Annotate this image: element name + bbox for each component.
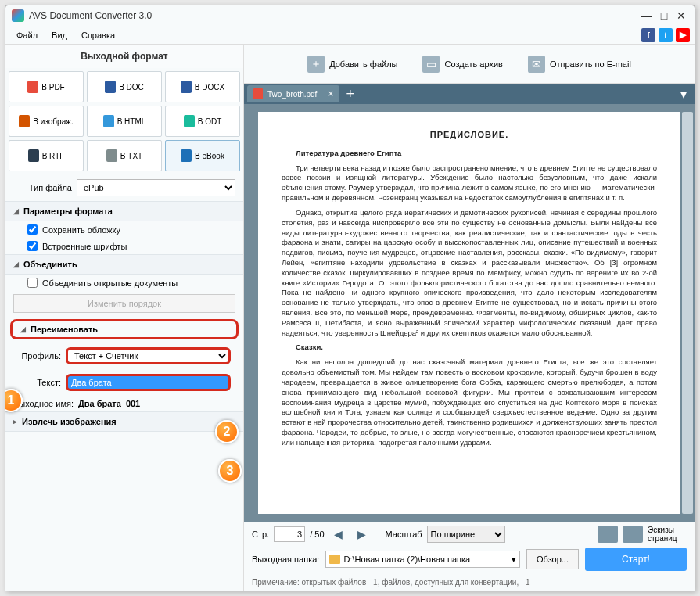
change-order-button: Изменить порядок: [13, 294, 235, 313]
rtf-icon: [28, 149, 39, 162]
section-merge[interactable]: ◢Объединить: [5, 254, 243, 275]
format-pdf[interactable]: В PDF: [9, 71, 84, 102]
page-total: / 50: [310, 530, 324, 539]
facebook-icon[interactable]: f: [641, 28, 655, 42]
menu-file[interactable]: Файл: [10, 28, 44, 42]
tab-close-icon[interactable]: ×: [328, 88, 333, 99]
collapse-icon: ◢: [20, 325, 26, 333]
format-docx[interactable]: В DOCX: [165, 71, 240, 102]
checkbox-embed-fonts[interactable]: [27, 241, 38, 251]
checkbox-save-cover[interactable]: [27, 224, 38, 235]
document-page: ПРЕДИСЛОВИЕ. Литература древнего Египта …: [258, 112, 680, 514]
filetype-select[interactable]: ePub: [77, 179, 235, 196]
text-input[interactable]: [66, 374, 231, 391]
menubar: Файл Вид Справка f t ▶: [5, 26, 695, 45]
document-tab[interactable]: Two_broth.pdf ×: [247, 85, 339, 102]
send-email-button[interactable]: ✉Отправить по E-mail: [520, 51, 639, 77]
image-icon: [19, 115, 30, 127]
format-rtf[interactable]: В RTF: [9, 140, 84, 171]
create-archive-button[interactable]: ▭Создать архив: [415, 51, 510, 77]
plus-icon: ＋: [307, 56, 325, 73]
next-page-button[interactable]: ▶: [353, 526, 372, 543]
prev-page-button[interactable]: ◀: [329, 526, 348, 543]
pdf-icon: [27, 81, 38, 93]
txt-icon: [106, 149, 117, 162]
toolbar: ＋Добавить файлы ▭Создать архив ✉Отправит…: [244, 45, 695, 84]
menu-help[interactable]: Справка: [75, 28, 121, 42]
minimize-button[interactable]: —: [640, 9, 654, 23]
page-nav-bar: Стр. / 50 ◀ ▶ Масштаб По ширине Эскизы с…: [244, 522, 695, 545]
sidebar-header: Выходной формат: [5, 45, 243, 68]
window-title: AVS Document Converter 3.0: [29, 10, 152, 21]
pdf-file-icon: [253, 88, 263, 99]
zoom-label: Масштаб: [386, 530, 422, 539]
callout-2: 2: [215, 420, 239, 443]
format-txt[interactable]: В TXT: [87, 140, 162, 171]
text-label: Текст:: [18, 378, 61, 387]
format-ebook[interactable]: В eBook: [165, 140, 240, 171]
format-doc[interactable]: В DOC: [87, 71, 162, 102]
section-rename[interactable]: ◢ Переименовать: [10, 319, 239, 339]
docx-icon: [181, 81, 192, 93]
twitter-icon[interactable]: t: [659, 28, 673, 42]
youtube-icon[interactable]: ▶: [676, 28, 690, 42]
titlebar: AVS Document Converter 3.0 — □ ✕: [5, 5, 695, 26]
scrollbar[interactable]: [682, 112, 693, 514]
folder-icon: [329, 555, 340, 564]
preview-area: ПРЕДИСЛОВИЕ. Литература древнего Египта …: [244, 104, 695, 522]
callout-3: 3: [218, 459, 242, 483]
sidebar: Выходной формат В PDF В DOC В DOCX В изо…: [5, 45, 244, 591]
zoom-select[interactable]: По ширине: [427, 526, 505, 543]
menu-view[interactable]: Вид: [45, 28, 74, 42]
thumbnails-icon[interactable]: [623, 526, 643, 543]
format-html[interactable]: В HTML: [87, 106, 162, 137]
maximize-button[interactable]: □: [657, 9, 671, 23]
app-icon: [12, 9, 24, 22]
html-icon: [103, 115, 114, 127]
format-odt[interactable]: В ODT: [165, 106, 240, 137]
chevron-down-icon: ▾: [512, 555, 516, 565]
outfolder-path-field[interactable]: D:\Новая папка (2)\Новая папка ▾: [325, 551, 520, 568]
outfolder-label: Выходная папка:: [252, 555, 319, 564]
section-format-params[interactable]: ◢Параметры формата: [5, 201, 243, 221]
collapse-icon: ◢: [13, 207, 19, 215]
start-button[interactable]: Старт!: [585, 548, 687, 571]
outname-value: Два брата_001: [78, 399, 140, 408]
close-button[interactable]: ✕: [674, 9, 688, 23]
thumbs-label: Эскизы страниц: [648, 526, 687, 543]
tab-add-button[interactable]: +: [339, 86, 361, 102]
output-bar: Выходная папка: D:\Новая папка (2)\Новая…: [244, 545, 695, 573]
browse-button[interactable]: Обзор...: [526, 549, 579, 569]
archive-icon: ▭: [422, 56, 440, 73]
tab-dropdown-icon[interactable]: ▾: [676, 87, 691, 102]
status-note: Примечание: открытых файлов - 1, файлов,…: [244, 573, 695, 591]
tabstrip: Two_broth.pdf × + ▾: [244, 84, 695, 104]
format-image[interactable]: В изображ.: [9, 106, 84, 137]
ebook-icon: [181, 149, 192, 162]
email-icon: ✉: [528, 56, 545, 73]
page-label: Стр.: [252, 530, 269, 539]
profile-select[interactable]: Текст + Счетчик: [66, 347, 231, 364]
filetype-label: Тип файла: [13, 183, 72, 192]
odt-icon: [184, 115, 195, 127]
add-files-button[interactable]: ＋Добавить файлы: [300, 51, 405, 77]
preview-title: ПРЕДИСЛОВИЕ.: [282, 129, 657, 141]
section-extract-images[interactable]: ▸Извлечь изображения: [5, 411, 243, 432]
collapse-icon: ◢: [13, 260, 19, 268]
page-number-input[interactable]: [274, 526, 305, 542]
expand-icon: ▸: [13, 418, 17, 425]
print-icon[interactable]: [598, 526, 618, 543]
checkbox-merge-open[interactable]: [27, 278, 38, 288]
doc-icon: [105, 81, 116, 93]
profile-label: Профиль:: [18, 351, 61, 361]
